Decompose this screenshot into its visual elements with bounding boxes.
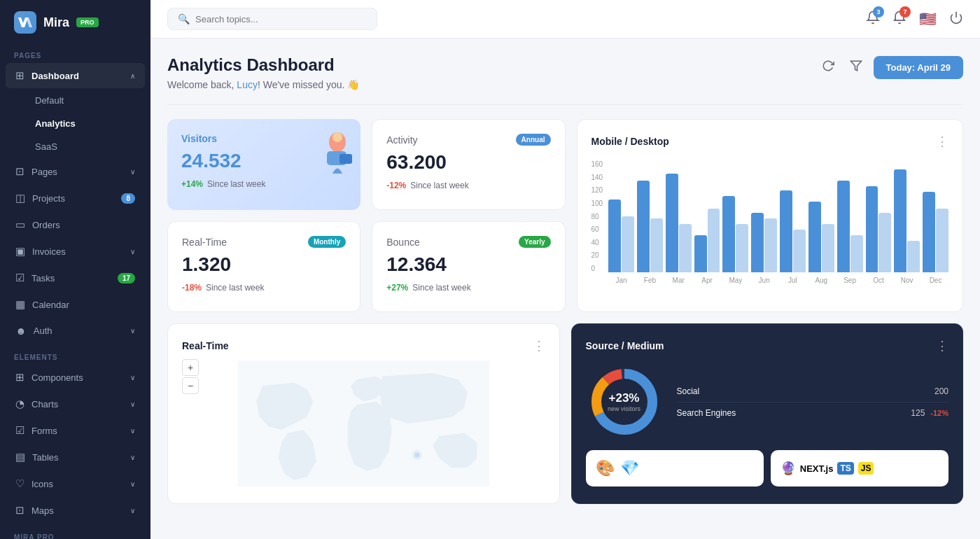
sidebar-item-label: Components xyxy=(31,372,83,383)
bounce-badge: Yearly xyxy=(519,236,550,248)
alerts-button[interactable]: 7 xyxy=(892,10,906,27)
chevron-icon: ∨ xyxy=(130,480,135,488)
sidebar-item-label: Icons xyxy=(31,479,53,489)
refresh-button[interactable] xyxy=(818,55,839,80)
realtime-map-title: Real-Time xyxy=(182,340,229,351)
power-button[interactable] xyxy=(949,10,963,27)
sidebar-item-label: Default xyxy=(35,95,64,106)
projects-icon: ◫ xyxy=(15,192,25,204)
sidebar-item-auth[interactable]: ☻ Auth ∨ xyxy=(6,318,145,343)
chevron-icon: ∨ xyxy=(130,248,135,255)
sidebar-item-saas[interactable]: SaaS xyxy=(6,136,145,158)
chevron-icon: ∨ xyxy=(130,427,135,435)
bounce-value: 12.364 xyxy=(386,253,550,276)
filter-button[interactable] xyxy=(846,55,867,80)
sidebar-item-forms[interactable]: ☑ Forms ∨ xyxy=(6,418,145,443)
orders-icon: ▭ xyxy=(15,218,25,231)
header: 🔍 3 7 🇺🇸 xyxy=(150,0,980,38)
projects-badge: 8 xyxy=(121,193,135,204)
chevron-icon: ∨ xyxy=(130,400,135,408)
realtime-map-menu[interactable]: ⋮ xyxy=(533,338,545,354)
visitors-change: +14% xyxy=(181,179,203,189)
visitors-card: Visitors 24.532 +14% xyxy=(167,119,360,210)
source-change: -12% xyxy=(930,409,948,417)
page-title: Analytics Dashboard xyxy=(167,55,359,75)
sidebar-item-label: Invoices xyxy=(32,246,66,257)
sidebar-item-tasks[interactable]: ☑ Tasks 17 xyxy=(6,265,145,290)
source-medium-menu[interactable]: ⋮ xyxy=(936,338,948,354)
visitors-change-label: Since last week xyxy=(207,179,265,189)
sidebar-item-tables[interactable]: ▤ Tables ∨ xyxy=(6,444,145,470)
dashboard-icon: ⊞ xyxy=(15,69,24,82)
bounce-card: Bounce Yearly 12.364 +27% Since last wee… xyxy=(372,221,565,312)
sidebar-item-projects[interactable]: ◫ Projects 8 xyxy=(6,186,145,211)
sidebar-item-pages[interactable]: ⊡ Pages ∨ xyxy=(6,159,145,184)
search-input[interactable] xyxy=(195,14,367,24)
alerts-badge: 7 xyxy=(899,6,911,18)
chevron-icon: ∨ xyxy=(130,168,135,176)
sidebar-item-orders[interactable]: ▭ Orders xyxy=(6,212,145,237)
activity-change: -12% xyxy=(386,181,406,190)
page-subtitle: Welcome back, Lucy! We've missed you. 👋 xyxy=(167,79,359,90)
sidebar-item-components[interactable]: ⊞ Components ∨ xyxy=(6,365,145,390)
sidebar-item-label: Charts xyxy=(31,399,58,410)
svg-rect-4 xyxy=(340,154,352,164)
notifications-button[interactable]: 3 xyxy=(866,10,880,28)
activity-change-label: Since last week xyxy=(410,181,468,190)
sidebar-item-label: Tables xyxy=(32,452,59,463)
bar-chart xyxy=(608,160,948,272)
notifications-badge: 3 xyxy=(873,6,884,18)
tech-logo-dev: 🔮 NEXT.js TS JS xyxy=(771,450,948,486)
bounce-change: +27% xyxy=(386,283,408,293)
chevron-icon: ∨ xyxy=(130,454,135,461)
sidebar-item-icons[interactable]: ♡ Icons ∨ xyxy=(6,471,145,496)
search-box[interactable]: 🔍 xyxy=(167,8,377,30)
svg-point-5 xyxy=(332,132,342,142)
language-selector[interactable]: 🇺🇸 xyxy=(919,10,937,27)
realtime-value: 1.320 xyxy=(182,253,346,276)
bounce-label: Bounce xyxy=(386,237,419,248)
sidebar-item-label: Analytics xyxy=(35,118,76,129)
sidebar-item-maps[interactable]: ⊡ Maps ∨ xyxy=(6,498,145,523)
source-name: Social xyxy=(677,386,700,396)
sidebar-item-invoices[interactable]: ▣ Invoices ∨ xyxy=(6,239,145,264)
sidebar-item-calendar[interactable]: ▦ Calendar xyxy=(6,292,145,317)
realtime-badge: Monthly xyxy=(308,236,346,248)
search-icon: 🔍 xyxy=(178,13,190,24)
sidebar: Mira PRO PAGES ⊞ Dashboard ∧ Default Ana… xyxy=(0,0,150,539)
calendar-icon: ▦ xyxy=(15,298,25,311)
auth-icon: ☻ xyxy=(15,325,27,337)
sidebar-item-default[interactable]: Default xyxy=(6,90,145,111)
tasks-icon: ☑ xyxy=(15,272,24,284)
source-name: Search Engines xyxy=(677,408,736,418)
sidebar-item-analytics[interactable]: Analytics xyxy=(6,113,145,134)
sidebar-item-charts[interactable]: ◔ Charts ∨ xyxy=(6,391,145,416)
page-actions: Today: April 29 xyxy=(818,55,963,80)
chevron-icon: ∨ xyxy=(130,507,135,514)
header-right: 3 7 🇺🇸 xyxy=(866,10,963,28)
section-label-elements: ELEMENTS xyxy=(0,344,150,364)
sidebar-item-label: Tasks xyxy=(31,273,55,284)
content-area: Analytics Dashboard Welcome back, Lucy! … xyxy=(150,38,980,539)
pro-badge: PRO xyxy=(76,18,99,27)
activity-value: 63.200 xyxy=(386,151,550,174)
pages-icon: ⊡ xyxy=(15,165,24,178)
mobile-desktop-title: Mobile / Desktop xyxy=(592,136,669,147)
today-button[interactable]: Today: April 29 xyxy=(874,56,963,79)
source-row: Search Engines 125 -12% xyxy=(677,402,949,424)
source-medium-card: Source / Medium ⋮ xyxy=(571,323,964,504)
source-row: Social 200 xyxy=(677,381,949,402)
zoom-out-button[interactable]: − xyxy=(182,377,199,394)
zoom-in-button[interactable]: + xyxy=(182,359,199,376)
realtime-change-label: Since last week xyxy=(206,283,264,293)
sidebar-item-label: Maps xyxy=(31,505,54,516)
maps-icon: ⊡ xyxy=(15,504,24,517)
sidebar-item-dashboard[interactable]: ⊞ Dashboard ∧ xyxy=(6,63,145,88)
sidebar-item-label: Dashboard xyxy=(31,71,79,81)
source-medium-title: Source / Medium xyxy=(586,340,664,351)
mobile-desktop-menu[interactable]: ⋮ xyxy=(936,134,948,149)
mobile-desktop-card: Mobile / Desktop ⋮ 160 140 120 100 80 60… xyxy=(577,119,964,312)
section-label-pages: PAGES xyxy=(0,45,150,62)
icons-icon: ♡ xyxy=(15,477,24,490)
sidebar-logo[interactable]: Mira PRO xyxy=(0,0,150,45)
